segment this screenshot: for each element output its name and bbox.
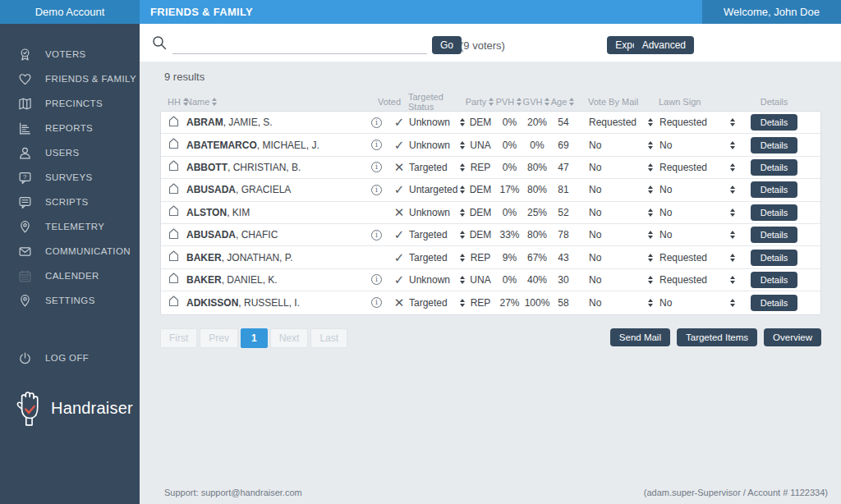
go-button[interactable]: Go [432,36,462,54]
sidebar-item-settings[interactable]: SETTINGS [0,288,140,313]
details-button[interactable]: Details [751,181,798,198]
sidebar-item-surveys[interactable]: ?SURVEYS [0,165,140,190]
sidebar-nav: VOTERSFRIENDS & FAMILYPRECINCTSREPORTSUS… [0,24,140,313]
household-icon[interactable] [168,250,186,264]
targeted-status-select[interactable]: Targeted [409,252,465,263]
sidebar-item-reports[interactable]: REPORTS [0,116,140,140]
info-icon[interactable]: i [371,140,382,150]
sidebar-item-voters[interactable]: VOTERS [0,42,140,66]
targeted-status-select[interactable]: Unknown [409,207,465,218]
col-gvh[interactable]: GVH [522,97,550,107]
send-mail-button[interactable]: Send Mail [610,328,670,346]
support-text: Support: support@handraiser.com [164,488,302,497]
sidebar-item-scripts[interactable]: SCRIPTS [0,190,140,214]
overview-button[interactable]: Overview [764,328,821,346]
welcome-area[interactable]: Welcome, John Doe [702,0,841,24]
pvh-value: 0% [496,207,523,218]
details-button[interactable]: Details [751,227,798,243]
info-icon[interactable]: i [371,274,382,285]
col-party[interactable]: Party [464,97,495,107]
info-icon[interactable]: i [371,162,382,172]
household-icon[interactable] [168,205,186,219]
household-icon[interactable] [168,116,186,130]
details-button[interactable]: Details [751,250,798,266]
vote-by-mail-select[interactable]: No [589,297,653,309]
voted-mark: ✓ [389,138,409,153]
lawn-sign-select[interactable]: Requested [659,117,735,128]
page-1-button[interactable]: 1 [241,328,268,348]
person-icon [18,146,32,160]
logoff-container: LOG OFF [0,346,140,370]
lawn-sign-select[interactable]: Requested [659,252,735,263]
details-button[interactable]: Details [751,137,798,153]
lawn-sign-select[interactable]: Requested [659,274,735,286]
gvh-value: 80% [523,229,551,241]
sidebar-item-precincts[interactable]: PRECINCTS [0,91,140,116]
search-input[interactable] [172,36,427,54]
household-icon[interactable] [168,183,186,197]
details-button[interactable]: Details [751,114,798,131]
vote-by-mail-select[interactable]: No [589,207,653,218]
lawn-sign-select[interactable]: No [659,207,735,218]
targeted-status-select[interactable]: Unknown [409,274,465,286]
sidebar-item-logoff[interactable]: LOG OFF [0,346,140,370]
info-icon[interactable]: i [371,117,382,128]
age-value: 81 [551,184,576,195]
next-page-button[interactable]: Next [270,328,309,348]
targeted-items-button[interactable]: Targeted Items [677,328,757,346]
table-header: HH Name Voted Targeted Status Party PVH … [160,92,821,110]
voted-mark: ✓ [389,115,409,130]
vote-by-mail-select[interactable]: No [589,140,653,151]
vote-by-mail-select[interactable]: No [589,229,653,241]
lawn-sign-select[interactable]: Requested [659,162,735,173]
lawn-sign-select[interactable]: No [659,229,735,241]
targeted-status-select[interactable]: Targeted [409,297,465,309]
sidebar-item-label: SURVEYS [45,172,93,182]
advanced-button[interactable]: Advanced [634,36,694,54]
household-icon[interactable] [168,160,186,174]
household-icon[interactable] [168,273,186,286]
col-name[interactable]: Name [186,97,370,107]
col-age[interactable]: Age [550,97,575,107]
sidebar-item-friends-family[interactable]: FRIENDS & FAMILY [0,66,140,91]
household-icon[interactable] [168,138,186,152]
sidebar-item-telemetry[interactable]: TELEMETRY [0,214,140,239]
sidebar-item-communication[interactable]: COMMUNICATION [0,239,140,263]
household-icon[interactable] [168,296,186,309]
last-page-button[interactable]: Last [310,328,347,348]
lawn-sign-select[interactable]: No [659,140,735,151]
details-button[interactable]: Details [751,272,798,288]
sidebar-item-label: USERS [45,148,80,158]
lawn-sign-select[interactable]: No [659,297,735,309]
prev-page-button[interactable]: Prev [200,328,238,348]
col-hh[interactable]: HH [168,97,186,107]
vote-by-mail-select[interactable]: No [589,274,653,286]
col-pvh[interactable]: PVH [495,97,522,107]
vote-by-mail-select[interactable]: No [589,162,653,173]
targeted-status-select[interactable]: Targeted [409,229,465,241]
info-icon[interactable]: i [371,230,382,241]
targeted-status-select[interactable]: Unknown [409,140,465,151]
sidebar-item-users[interactable]: USERS [0,140,140,165]
col-targeted-status: Targeted Status [408,92,464,112]
household-icon[interactable] [168,228,186,242]
party-value: DEM [465,229,496,241]
vote-by-mail-select[interactable]: Requested [589,117,653,128]
details-button[interactable]: Details [751,204,798,221]
vote-by-mail-select[interactable]: No [589,252,653,263]
voter-name: ABBOTT, CHRISTIAN, B. [186,162,371,173]
lawn-sign-select[interactable]: No [659,184,735,195]
table-row: ABBOTT, CHRISTIAN, B. i ✕ Targeted REP 0… [161,157,820,179]
targeted-status-select[interactable]: Unknown [409,117,465,128]
info-icon[interactable]: i [371,185,382,195]
sidebar-item-calender[interactable]: CALENDER [0,263,140,288]
info-icon[interactable]: i [371,297,382,308]
details-button[interactable]: Details [751,295,798,311]
first-page-button[interactable]: First [160,328,197,348]
brand-name: Handraiser [51,399,133,418]
targeted-status-select[interactable]: Untargeted [409,184,465,195]
details-button[interactable]: Details [751,159,798,176]
targeted-status-select[interactable]: Targeted [409,162,465,173]
vote-by-mail-select[interactable]: No [589,184,653,195]
voter-name: ABRAM, JAMIE, S. [186,117,371,128]
